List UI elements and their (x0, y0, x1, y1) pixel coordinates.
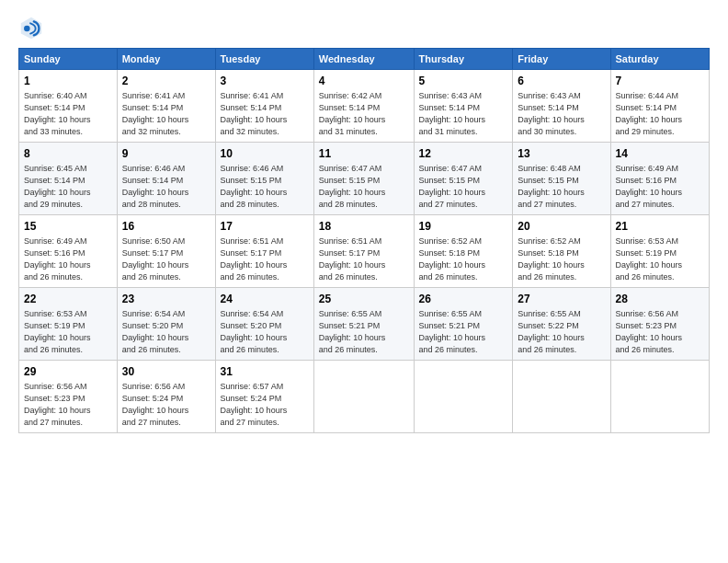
day-number: 27 (518, 292, 605, 307)
calendar-cell: 5Sunrise: 6:43 AMSunset: 5:14 PMDaylight… (414, 70, 513, 143)
page: Sunday Monday Tuesday Wednesday Thursday… (0, 0, 728, 563)
day-info: Sunrise: 6:41 AMSunset: 5:14 PMDaylight:… (221, 91, 288, 136)
day-number: 14 (616, 146, 705, 162)
day-info: Sunrise: 6:51 AMSunset: 5:17 PMDaylight:… (319, 236, 386, 282)
day-info: Sunrise: 6:55 AMSunset: 5:21 PMDaylight:… (419, 309, 486, 354)
calendar-cell: 31Sunrise: 6:57 AMSunset: 5:24 PMDayligh… (215, 360, 313, 432)
calendar-cell: 16Sunrise: 6:50 AMSunset: 5:17 PMDayligh… (117, 214, 215, 287)
calendar-cell: 11Sunrise: 6:47 AMSunset: 5:15 PMDayligh… (313, 142, 414, 214)
header (18, 15, 710, 40)
calendar-cell: 26Sunrise: 6:55 AMSunset: 5:21 PMDayligh… (414, 287, 513, 360)
calendar-cell: 23Sunrise: 6:54 AMSunset: 5:20 PMDayligh… (117, 287, 215, 360)
day-number: 22 (24, 292, 112, 307)
day-info: Sunrise: 6:50 AMSunset: 5:17 PMDaylight:… (122, 236, 189, 282)
calendar-cell (414, 360, 513, 432)
logo (18, 15, 48, 40)
day-number: 7 (616, 74, 705, 89)
header-row: Sunday Monday Tuesday Wednesday Thursday… (19, 49, 710, 70)
day-info: Sunrise: 6:46 AMSunset: 5:15 PMDaylight:… (221, 164, 288, 209)
day-number: 6 (518, 74, 605, 89)
day-info: Sunrise: 6:56 AMSunset: 5:24 PMDaylight:… (122, 382, 189, 427)
day-info: Sunrise: 6:55 AMSunset: 5:21 PMDaylight:… (319, 309, 386, 354)
day-info: Sunrise: 6:49 AMSunset: 5:16 PMDaylight:… (616, 164, 683, 209)
logo-icon (18, 15, 44, 40)
calendar-cell: 6Sunrise: 6:43 AMSunset: 5:14 PMDaylight… (513, 70, 610, 143)
calendar-cell (313, 360, 414, 432)
svg-point-1 (24, 26, 30, 32)
day-number: 12 (419, 146, 508, 162)
day-number: 2 (122, 74, 210, 89)
header-friday: Friday (513, 49, 610, 70)
calendar-cell: 8Sunrise: 6:45 AMSunset: 5:14 PMDaylight… (19, 142, 118, 214)
calendar-cell: 30Sunrise: 6:56 AMSunset: 5:24 PMDayligh… (117, 360, 215, 432)
header-thursday: Thursday (414, 49, 513, 70)
day-number: 10 (221, 146, 309, 162)
day-number: 25 (319, 292, 409, 307)
calendar-cell: 9Sunrise: 6:46 AMSunset: 5:14 PMDaylight… (117, 142, 215, 214)
day-info: Sunrise: 6:49 AMSunset: 5:16 PMDaylight:… (24, 236, 91, 282)
calendar-row: 22Sunrise: 6:53 AMSunset: 5:19 PMDayligh… (19, 287, 710, 360)
calendar-row: 1Sunrise: 6:40 AMSunset: 5:14 PMDaylight… (19, 70, 710, 143)
calendar-cell: 4Sunrise: 6:42 AMSunset: 5:14 PMDaylight… (313, 70, 414, 143)
day-number: 30 (122, 364, 210, 380)
day-info: Sunrise: 6:53 AMSunset: 5:19 PMDaylight:… (616, 236, 683, 282)
day-number: 19 (419, 219, 508, 235)
day-number: 20 (518, 219, 605, 235)
calendar-cell: 25Sunrise: 6:55 AMSunset: 5:21 PMDayligh… (313, 287, 414, 360)
header-sunday: Sunday (19, 49, 118, 70)
day-number: 31 (221, 364, 309, 380)
day-number: 17 (221, 219, 309, 235)
calendar-cell: 14Sunrise: 6:49 AMSunset: 5:16 PMDayligh… (610, 142, 710, 214)
day-info: Sunrise: 6:43 AMSunset: 5:14 PMDaylight:… (419, 91, 486, 136)
day-number: 28 (616, 292, 705, 307)
calendar-cell: 27Sunrise: 6:55 AMSunset: 5:22 PMDayligh… (513, 287, 610, 360)
day-number: 18 (319, 219, 409, 235)
day-info: Sunrise: 6:56 AMSunset: 5:23 PMDaylight:… (24, 382, 91, 427)
header-tuesday: Tuesday (215, 49, 313, 70)
calendar-cell: 24Sunrise: 6:54 AMSunset: 5:20 PMDayligh… (215, 287, 313, 360)
header-saturday: Saturday (610, 49, 710, 70)
calendar-cell: 1Sunrise: 6:40 AMSunset: 5:14 PMDaylight… (19, 70, 118, 143)
day-number: 11 (319, 146, 409, 162)
day-number: 23 (122, 292, 210, 307)
header-monday: Monday (117, 49, 215, 70)
calendar-cell: 3Sunrise: 6:41 AMSunset: 5:14 PMDaylight… (215, 70, 313, 143)
day-info: Sunrise: 6:42 AMSunset: 5:14 PMDaylight:… (319, 91, 386, 136)
day-number: 24 (221, 292, 309, 307)
calendar-row: 8Sunrise: 6:45 AMSunset: 5:14 PMDaylight… (19, 142, 710, 214)
day-info: Sunrise: 6:48 AMSunset: 5:15 PMDaylight:… (518, 164, 585, 209)
calendar-table: Sunday Monday Tuesday Wednesday Thursday… (18, 48, 710, 433)
day-number: 15 (24, 219, 112, 235)
calendar-cell: 13Sunrise: 6:48 AMSunset: 5:15 PMDayligh… (513, 142, 610, 214)
calendar-cell: 22Sunrise: 6:53 AMSunset: 5:19 PMDayligh… (19, 287, 118, 360)
day-info: Sunrise: 6:47 AMSunset: 5:15 PMDaylight:… (419, 164, 486, 209)
calendar-row: 29Sunrise: 6:56 AMSunset: 5:23 PMDayligh… (19, 360, 710, 432)
calendar-cell: 18Sunrise: 6:51 AMSunset: 5:17 PMDayligh… (313, 214, 414, 287)
calendar-cell: 19Sunrise: 6:52 AMSunset: 5:18 PMDayligh… (414, 214, 513, 287)
day-number: 13 (518, 146, 605, 162)
day-info: Sunrise: 6:56 AMSunset: 5:23 PMDaylight:… (616, 309, 683, 354)
day-info: Sunrise: 6:52 AMSunset: 5:18 PMDaylight:… (419, 236, 486, 282)
day-info: Sunrise: 6:46 AMSunset: 5:14 PMDaylight:… (122, 164, 189, 209)
calendar-cell: 7Sunrise: 6:44 AMSunset: 5:14 PMDaylight… (610, 70, 710, 143)
day-info: Sunrise: 6:44 AMSunset: 5:14 PMDaylight:… (616, 91, 683, 136)
calendar-cell: 2Sunrise: 6:41 AMSunset: 5:14 PMDaylight… (117, 70, 215, 143)
day-info: Sunrise: 6:53 AMSunset: 5:19 PMDaylight:… (24, 309, 91, 354)
calendar-cell: 10Sunrise: 6:46 AMSunset: 5:15 PMDayligh… (215, 142, 313, 214)
calendar-cell: 28Sunrise: 6:56 AMSunset: 5:23 PMDayligh… (610, 287, 710, 360)
day-info: Sunrise: 6:52 AMSunset: 5:18 PMDaylight:… (518, 236, 585, 282)
day-info: Sunrise: 6:41 AMSunset: 5:14 PMDaylight:… (122, 91, 189, 136)
calendar-cell: 21Sunrise: 6:53 AMSunset: 5:19 PMDayligh… (610, 214, 710, 287)
day-info: Sunrise: 6:57 AMSunset: 5:24 PMDaylight:… (221, 382, 288, 427)
day-info: Sunrise: 6:40 AMSunset: 5:14 PMDaylight:… (24, 91, 91, 136)
calendar-cell: 17Sunrise: 6:51 AMSunset: 5:17 PMDayligh… (215, 214, 313, 287)
header-wednesday: Wednesday (313, 49, 414, 70)
day-number: 1 (24, 74, 112, 89)
day-number: 5 (419, 74, 508, 89)
calendar-body: 1Sunrise: 6:40 AMSunset: 5:14 PMDaylight… (19, 70, 710, 433)
day-number: 29 (24, 364, 112, 380)
day-number: 21 (616, 219, 705, 235)
day-number: 9 (122, 146, 210, 162)
day-info: Sunrise: 6:51 AMSunset: 5:17 PMDaylight:… (221, 236, 288, 282)
day-info: Sunrise: 6:54 AMSunset: 5:20 PMDaylight:… (221, 309, 288, 354)
